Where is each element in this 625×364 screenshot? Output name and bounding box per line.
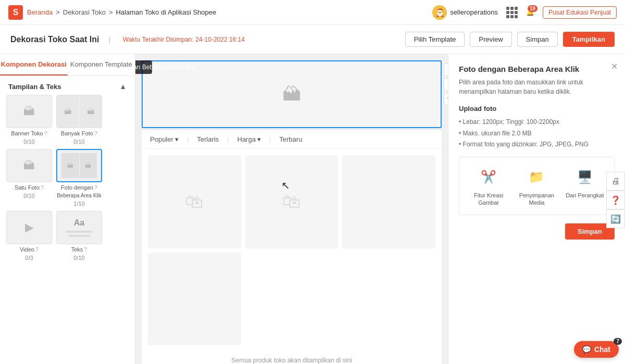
product-grid: 🛍 🛍 <box>142 149 442 352</box>
simpan-button[interactable]: Simpan <box>517 32 558 47</box>
upload-option-penyimpanan-media[interactable]: 📁 Penyimpanan Media <box>516 166 557 207</box>
page-title: Dekorasi Toko Saat Ini <box>10 35 99 44</box>
fitur-kreasi-icon: ✂️ <box>477 166 500 189</box>
component-banyak-foto[interactable]: 🏔 🏔 Banyak Foto ? 0/10 <box>56 95 102 145</box>
tampilkan-button[interactable]: Tampilkan <box>563 32 615 47</box>
chat-label: Chat <box>594 345 610 354</box>
dari-perangkat-label: Dari Perangkat <box>566 192 604 199</box>
help-icon[interactable]: ? <box>41 184 44 191</box>
help-tool[interactable]: ❓ <box>606 191 625 209</box>
canvas-foto-klik-component[interactable]: Foto dengan Beberapa Area Klik 🏔 ↑ ↓ 🗑 <box>142 60 442 128</box>
component-foto-klik[interactable]: 🏔 🏔 Foto dengan ? Beberapa Area Klik 1/1… <box>56 149 102 207</box>
section-title: Tampilan & Teks <box>8 83 61 91</box>
component-video[interactable]: ▶ Video ? 0/3 <box>6 211 52 261</box>
foto-klik-label2: Beberapa Area Klik <box>57 193 102 198</box>
shopee-logo: S <box>8 5 23 20</box>
left-panel: Komponen Dekorasi Komponen Template Tamp… <box>0 54 135 364</box>
mountain-icon: 🏔 <box>23 159 35 172</box>
tab-komponen-dekorasi[interactable]: Komponen Dekorasi <box>0 54 68 76</box>
component-controls: ↑ ↓ 🗑 <box>444 64 448 105</box>
user-info: 🎅 selleroperations <box>432 5 498 20</box>
satu-foto-count: 0/10 <box>23 193 34 199</box>
video-count: 0/3 <box>25 255 33 261</box>
canvas-tooltip: Foto dengan Beberapa Area Klik <box>135 60 152 74</box>
image-placeholder-icon: 🏔 <box>282 83 301 105</box>
component-banner-toko[interactable]: 🏔 Banner Toko ? 0/10 <box>6 95 52 145</box>
notification-badge: 19 <box>528 5 538 12</box>
tab-komponen-template[interactable]: Komponen Template <box>68 54 135 76</box>
products-all-label: Semua produk toko akan ditampilkan di si… <box>142 352 442 364</box>
tab-row: Komponen Dekorasi Komponen Template <box>0 54 135 76</box>
preview-button[interactable]: Preview <box>470 32 511 47</box>
username: selleroperations <box>450 8 498 16</box>
panel-close-button[interactable]: ✕ <box>611 61 618 71</box>
move-down-button[interactable]: ↓ <box>444 78 448 91</box>
foto-klik-count: 1/10 <box>73 200 84 207</box>
delete-button[interactable]: 🗑 <box>444 93 448 105</box>
upload-option-fitur-kreasi[interactable]: ✂️ Fitur Kreasi Gambar <box>468 166 509 207</box>
right-panel: ✕ Foto dengan Beberapa Area Klik Pilih a… <box>448 54 625 364</box>
spec-item: Format foto yang diizinkan: JPG, JPEG, P… <box>459 139 615 150</box>
chat-badge: 7 <box>614 338 622 345</box>
help-icon[interactable]: ? <box>94 184 97 191</box>
spec-item: Maks. ukuran file 2.0 MB <box>459 128 615 140</box>
section-header: Tampilan & Teks ▲ <box>0 76 135 95</box>
breadcrumb-sep2: > <box>109 8 113 16</box>
foto-klik-label: Foto dengan ? <box>61 184 97 191</box>
center-canvas[interactable]: Foto dengan Beberapa Area Klik 🏔 ↑ ↓ 🗑 P… <box>135 54 448 364</box>
print-tool[interactable]: 🖨 <box>606 172 625 191</box>
play-icon: ▶ <box>25 221 34 234</box>
banner-toko-thumb: 🏔 <box>6 95 52 128</box>
banyak-foto-count: 0/10 <box>73 139 84 145</box>
panel-footer: Simpan <box>459 223 615 240</box>
satu-foto-label: Satu Foto ? <box>15 184 44 191</box>
help-icon[interactable]: ? <box>84 246 87 253</box>
refresh-tool[interactable]: 🔄 <box>606 209 625 228</box>
toolbar: Dekorasi Toko Saat Ini | Waktu Terakhir … <box>0 25 625 54</box>
teks-thumb: Aa <box>56 211 102 244</box>
chat-button[interactable]: 💬 Chat 7 <box>574 341 619 358</box>
component-teks[interactable]: Aa Teks ? 0/10 <box>56 211 102 261</box>
teks-label: Teks ? <box>71 246 88 253</box>
avatar: 🎅 <box>432 5 447 20</box>
filter-harga[interactable]: Harga ▾ <box>238 135 261 143</box>
text-aa-icon: Aa <box>74 218 84 228</box>
toolbar-actions: Pilih Template Preview Simpan Tampilkan <box>405 32 615 47</box>
product-card[interactable]: 🛍 <box>245 155 339 248</box>
mountain-icon: 🏔 <box>57 95 79 128</box>
filter-populer[interactable]: Populer ▾ <box>150 135 179 143</box>
breadcrumb-home[interactable]: Beranda <box>27 8 53 16</box>
upload-option-dari-perangkat[interactable]: 🖥️ Dari Perangkat <box>564 166 606 207</box>
video-label: Video ? <box>20 246 39 253</box>
product-card[interactable] <box>342 155 435 248</box>
help-icon[interactable]: ? <box>94 130 97 136</box>
panel-desc: Pilih area pada foto dan masukkan link u… <box>459 78 615 96</box>
upload-options: ✂️ Fitur Kreasi Gambar 📁 Penyimpanan Med… <box>459 157 615 216</box>
mountain-icon: 🏔 <box>80 95 102 128</box>
shopee-product-icon: 🛍 <box>282 191 301 212</box>
dari-perangkat-icon: 🖥️ <box>573 166 596 189</box>
component-satu-foto[interactable]: 🏔 Satu Foto ? 0/10 <box>6 149 52 207</box>
pilih-template-button[interactable]: Pilih Template <box>405 32 465 47</box>
product-card[interactable]: 🛍 <box>148 155 241 248</box>
move-up-button[interactable]: ↑ <box>444 64 448 76</box>
banner-toko-label: Banner Toko ? <box>11 130 47 136</box>
breadcrumb-section[interactable]: Dekorasi Toko <box>63 8 106 16</box>
banner-toko-count: 0/10 <box>23 139 34 145</box>
filter-terlaris[interactable]: Terlaris <box>197 135 219 143</box>
apps-icon[interactable] <box>506 7 518 18</box>
filter-tabs: Populer ▾ | Terlaris | Harga ▾ | Terbaru <box>142 130 442 149</box>
product-card[interactable] <box>148 253 241 346</box>
help-icon[interactable]: ? <box>44 130 47 136</box>
help-icon[interactable]: ? <box>35 246 39 253</box>
mountain-icon: 🏔 <box>23 105 35 118</box>
pusat-edukasi-button[interactable]: Pusat Edukasi Penjual <box>543 6 617 19</box>
notification-button[interactable]: 🔔 19 <box>526 8 534 16</box>
chevron-up-icon[interactable]: ▲ <box>119 82 127 91</box>
shopee-product-icon: 🛍 <box>185 191 204 212</box>
teks-count: 0/10 <box>73 255 84 261</box>
spec-item: Lebar: 1200px; Tinggi: 100-2200px <box>459 117 615 128</box>
filter-terbaru[interactable]: Terbaru <box>279 135 302 143</box>
top-nav-right: 🎅 selleroperations 🔔 19 Pusat Edukasi Pe… <box>432 5 617 20</box>
last-saved-label: Waktu Terakhir Disimpan: 24-10-2022 16:1… <box>123 36 245 43</box>
